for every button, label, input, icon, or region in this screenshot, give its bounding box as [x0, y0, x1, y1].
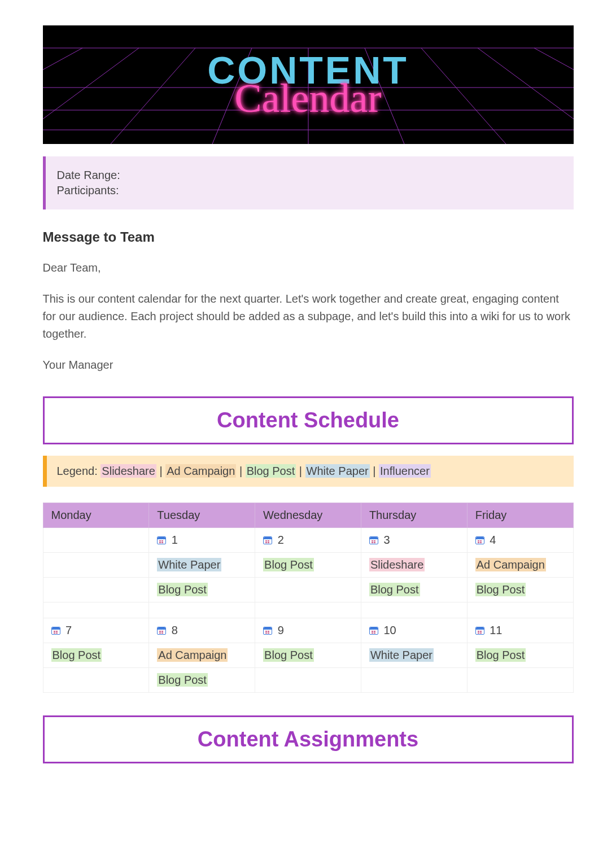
content-cell: Blog Post: [467, 643, 573, 668]
date-number: 9: [274, 624, 284, 636]
message-greeting: Dear Team,: [43, 259, 574, 277]
content-row: Blog PostBlog PostBlog Post: [43, 578, 573, 602]
legend-adcampaign: Ad Campaign: [165, 464, 236, 478]
calendar-icon: [157, 627, 166, 635]
day-header: Wednesday: [255, 503, 361, 528]
legend-influencer: Influencer: [379, 464, 431, 478]
message-heading: Message to Team: [43, 229, 574, 245]
content-cell: Blog Post: [43, 643, 149, 668]
content-tag: Blog Post: [475, 648, 526, 662]
spacer-cell: [361, 602, 467, 618]
content-tag: Blog Post: [263, 648, 314, 662]
participants-label: Participants:: [57, 184, 562, 197]
content-tag: Blog Post: [475, 583, 526, 596]
date-number: 4: [487, 534, 496, 546]
content-tag: Blog Post: [157, 673, 208, 687]
date-cell: 10: [361, 618, 467, 643]
spacer-row: [43, 602, 573, 618]
meta-box: Date Range: Participants:: [43, 156, 574, 209]
content-cell: Blog Post: [149, 578, 255, 602]
calendar-icon: [51, 627, 60, 635]
legend-sep: |: [236, 465, 245, 477]
legend-bar: Legend: Slideshare | Ad Campaign | Blog …: [43, 456, 574, 487]
content-tag: Blog Post: [157, 583, 208, 596]
content-cell: [255, 578, 361, 602]
content-cell: Slideshare: [361, 553, 467, 578]
date-number: 1: [168, 534, 178, 546]
date-range-label: Date Range:: [57, 169, 562, 182]
content-cell: Ad Campaign: [149, 643, 255, 668]
content-row: Blog PostAd CampaignBlog PostWhite Paper…: [43, 643, 573, 668]
legend-whitepaper: White Paper: [305, 464, 370, 478]
spacer-cell: [467, 602, 573, 618]
message-signoff: Your Manager: [43, 356, 574, 374]
calendar-icon: [369, 627, 378, 635]
content-row: White PaperBlog PostSlideshareAd Campaig…: [43, 553, 573, 578]
content-row: Blog Post: [43, 668, 573, 693]
content-cell: [361, 668, 467, 693]
legend-sep: |: [156, 465, 165, 477]
content-tag: Blog Post: [51, 648, 102, 662]
calendar-icon: [475, 536, 484, 544]
legend-sep: |: [370, 465, 379, 477]
content-cell: [43, 668, 149, 693]
banner-title-2: Calendar: [235, 75, 382, 122]
content-tag: Blog Post: [369, 583, 420, 596]
content-cell: Blog Post: [361, 578, 467, 602]
content-cell: [43, 553, 149, 578]
content-tag: Ad Campaign: [475, 558, 546, 571]
content-tag: White Paper: [369, 648, 434, 662]
spacer-cell: [43, 602, 149, 618]
content-cell: Blog Post: [255, 553, 361, 578]
calendar-icon: [157, 536, 166, 544]
schedule-header-row: Monday Tuesday Wednesday Thursday Friday: [43, 503, 573, 528]
content-cell: [467, 668, 573, 693]
date-number: 8: [168, 624, 178, 636]
schedule-header-box: Content Schedule: [43, 396, 574, 444]
date-row: 7 8 9 10 11: [43, 618, 573, 643]
day-header: Tuesday: [149, 503, 255, 528]
legend-label: Legend:: [57, 465, 98, 477]
date-cell: 9: [255, 618, 361, 643]
legend-blogpost: Blog Post: [246, 464, 296, 478]
content-cell: White Paper: [149, 553, 255, 578]
day-header: Friday: [467, 503, 573, 528]
content-tag: White Paper: [157, 558, 221, 571]
message-body: This is our content calendar for the nex…: [43, 290, 574, 343]
content-cell: Blog Post: [467, 578, 573, 602]
spacer-cell: [149, 602, 255, 618]
date-cell: [43, 528, 149, 553]
day-header: Thursday: [361, 503, 467, 528]
schedule-table: Monday Tuesday Wednesday Thursday Friday…: [43, 503, 574, 693]
assignments-header-box: Content Assignments: [43, 715, 574, 763]
date-cell: 4: [467, 528, 573, 553]
date-number: 10: [381, 624, 396, 636]
hero-banner: CONTENT Calendar: [43, 25, 574, 144]
spacer-cell: [255, 602, 361, 618]
date-number: 2: [274, 534, 284, 546]
content-cell: Blog Post: [149, 668, 255, 693]
content-cell: [255, 668, 361, 693]
content-cell: Blog Post: [255, 643, 361, 668]
day-header: Monday: [43, 503, 149, 528]
content-cell: White Paper: [361, 643, 467, 668]
calendar-icon: [475, 627, 484, 635]
legend-sep: |: [296, 465, 305, 477]
content-cell: [43, 578, 149, 602]
content-cell: Ad Campaign: [467, 553, 573, 578]
date-number: 3: [381, 534, 390, 546]
date-cell: 8: [149, 618, 255, 643]
calendar-icon: [263, 627, 272, 635]
assignments-header: Content Assignments: [45, 727, 572, 752]
calendar-icon: [369, 536, 378, 544]
date-number: 7: [63, 624, 72, 636]
content-tag: Slideshare: [369, 558, 425, 571]
date-cell: 1: [149, 528, 255, 553]
date-cell: 3: [361, 528, 467, 553]
document-page: { "banner": { "line1": "CONTENT", "line2…: [43, 25, 574, 763]
content-tag: Ad Campaign: [157, 648, 228, 662]
date-row: 1 2 3 4: [43, 528, 573, 553]
schedule-header: Content Schedule: [45, 408, 572, 433]
calendar-icon: [263, 536, 272, 544]
legend-slideshare: Slideshare: [101, 464, 156, 478]
